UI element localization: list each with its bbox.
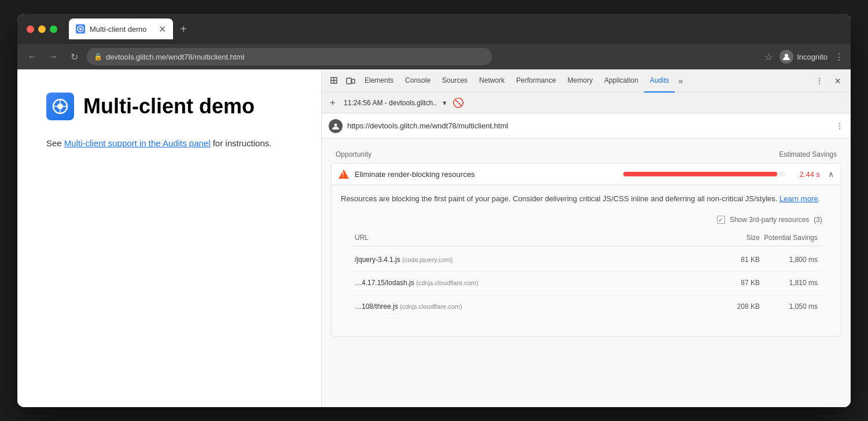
main-content: Multi-client demo See Multi-client suppo… [17, 69, 851, 407]
svg-rect-10 [347, 78, 351, 84]
url-text: devtools.glitch.me/wndt78/multiclient.ht… [106, 53, 244, 61]
audit-chevron-up-icon[interactable]: ∧ [828, 169, 834, 179]
col-savings-header: Potential Savings [760, 232, 818, 243]
tab-bar: Multi-client demo ✕ + [69, 19, 841, 39]
opportunity-header: Opportunity Estimated Savings [331, 148, 841, 163]
audit-item-render-blocking: Eliminate render-blocking resources 2.44… [331, 163, 841, 337]
tab-overflow-button[interactable]: » [675, 69, 686, 93]
devtools-url-more-icon[interactable]: ⋮ [836, 121, 844, 131]
table-row: …4.17.15/lodash.js (cdnjs.cloudflare.com… [350, 272, 822, 295]
refresh-button[interactable]: ↻ [66, 49, 82, 65]
resource-url-1: …4.17.15/lodash.js (cdnjs.cloudflare.com… [355, 278, 713, 289]
profile-avatar [779, 50, 793, 64]
resource-url-host-0: (code.jquery.com) [402, 256, 453, 263]
table-row: …108/three.js (cdnjs.cloudflare.com) 208… [350, 296, 822, 319]
tab-title: Multi-client demo [90, 25, 146, 34]
description-after: for instructions. [211, 138, 272, 148]
resource-url-host-2: (cdnjs.cloudflare.com) [400, 303, 462, 310]
browser-tab[interactable]: Multi-client demo ✕ [69, 19, 173, 39]
profile-area[interactable]: Incognito [779, 50, 827, 64]
tab-elements[interactable]: Elements [359, 69, 399, 93]
resource-size-1: 87 KB [713, 278, 760, 289]
browser-menu-icon[interactable]: ⋮ [834, 51, 844, 62]
minimize-traffic-light[interactable] [38, 25, 46, 33]
lock-icon: 🔒 [94, 53, 102, 61]
tab-console[interactable]: Console [399, 69, 436, 93]
third-party-checkbox[interactable]: ✓ [717, 216, 725, 224]
new-audit-button[interactable]: + [326, 97, 339, 109]
tab-favicon-icon [76, 24, 85, 34]
devtools-current-url: https://devtools.glitch.me/wndt78/multic… [347, 121, 831, 130]
audit-bar-fill [623, 172, 777, 176]
tab-memory[interactable]: Memory [562, 69, 598, 93]
warning-icon [339, 169, 349, 179]
estimated-savings-label: Estimated Savings [779, 150, 837, 158]
new-tab-button[interactable]: + [175, 21, 192, 37]
resource-url-host-1: (cdnjs.cloudflare.com) [416, 279, 479, 286]
audit-description-text: Resources are blocking the first paint o… [341, 194, 777, 203]
svg-point-12 [334, 123, 337, 126]
col-size-header: Size [713, 232, 760, 243]
resource-savings-1: 1,810 ms [760, 278, 818, 289]
audit-item-title: Eliminate render-blocking resources [355, 170, 617, 179]
svg-point-1 [79, 28, 82, 30]
tab-sources[interactable]: Sources [436, 69, 473, 93]
resource-size-0: 81 KB [713, 254, 760, 265]
audit-cancel-button[interactable]: 🚫 [453, 97, 464, 108]
filter-label: Show 3rd-party resources [730, 215, 809, 226]
page-description: See Multi-client support in the Audits p… [46, 136, 292, 150]
tab-audits[interactable]: Audits [644, 69, 675, 93]
col-url-header: URL [355, 232, 713, 243]
title-bar: Multi-client demo ✕ + [17, 14, 851, 44]
audit-timestamp: 11:24:56 AM - devtools.glitch.. [344, 99, 437, 107]
resource-url-main-2: …108/three.js [355, 302, 398, 311]
resource-size-2: 208 KB [713, 301, 760, 312]
page-title: Multi-client demo [83, 94, 255, 119]
device-toolbar-button[interactable] [343, 73, 359, 89]
inspect-element-button[interactable] [326, 73, 343, 89]
resource-url-main-0: /jquery-3.4.1.js [355, 256, 400, 264]
learn-more-link[interactable]: Learn more [779, 194, 818, 203]
tab-performance[interactable]: Performance [510, 69, 562, 93]
browser-window: Multi-client demo ✕ + ← → ↻ 🔒 devtools.g… [17, 14, 851, 407]
close-traffic-light[interactable] [27, 25, 34, 33]
bookmark-icon[interactable]: ☆ [764, 51, 773, 62]
checkmark-icon: ✓ [718, 215, 723, 226]
devtools-more-button[interactable]: ⋮ [811, 73, 827, 89]
resource-url-2: …108/three.js (cdnjs.cloudflare.com) [355, 301, 713, 312]
address-bar: ← → ↻ 🔒 devtools.glitch.me/wndt78/multic… [17, 44, 851, 69]
resource-url-main-1: …4.17.15/lodash.js [355, 279, 414, 287]
devtools-toolbar: Elements Console Sources Network Perform… [322, 69, 851, 93]
table-row: /jquery-3.4.1.js (code.jquery.com) 81 KB… [350, 249, 822, 272]
forward-button[interactable]: → [45, 49, 61, 65]
devtools-url-bar: https://devtools.glitch.me/wndt78/multic… [322, 113, 851, 139]
audits-panel-link[interactable]: Multi-client support in the Audits panel [64, 138, 211, 148]
description-before: See [46, 138, 64, 148]
audit-dropdown-icon[interactable]: ▼ [442, 99, 448, 106]
resource-url-0: /jquery-3.4.1.js (code.jquery.com) [355, 254, 713, 265]
svg-rect-11 [352, 79, 355, 83]
devtools-tabs: Elements Console Sources Network Perform… [359, 69, 686, 93]
audit-item-header[interactable]: Eliminate render-blocking resources 2.44… [332, 164, 841, 185]
traffic-lights [27, 25, 57, 33]
back-button[interactable]: ← [24, 49, 41, 65]
opportunity-label: Opportunity [336, 150, 372, 158]
page-logo: Multi-client demo [46, 93, 292, 120]
devtools-url-icon [329, 119, 343, 133]
tab-network[interactable]: Network [473, 69, 510, 93]
resources-table: URL Size Potential Savings /jquery-3.4.1… [341, 230, 832, 328]
audits-content: Opportunity Estimated Savings Eliminate … [322, 139, 851, 407]
url-bar[interactable]: 🔒 devtools.glitch.me/wndt78/multiclient.… [87, 48, 492, 65]
profile-name: Incognito [797, 53, 827, 61]
maximize-traffic-light[interactable] [50, 25, 57, 33]
page-content: Multi-client demo See Multi-client suppo… [17, 69, 321, 407]
audit-expanded-content: Resources are blocking the first paint o… [332, 185, 841, 336]
tab-close-icon[interactable]: ✕ [159, 24, 166, 35]
third-party-filter: ✓ Show 3rd-party resources (3) [341, 210, 832, 230]
audit-description: Resources are blocking the first paint o… [341, 193, 832, 205]
audit-savings-value: 2.44 s [791, 170, 820, 179]
table-header: URL Size Potential Savings [350, 230, 822, 246]
audit-savings-bar [623, 172, 785, 176]
tab-application[interactable]: Application [598, 69, 644, 93]
devtools-close-button[interactable]: ✕ [830, 73, 846, 89]
